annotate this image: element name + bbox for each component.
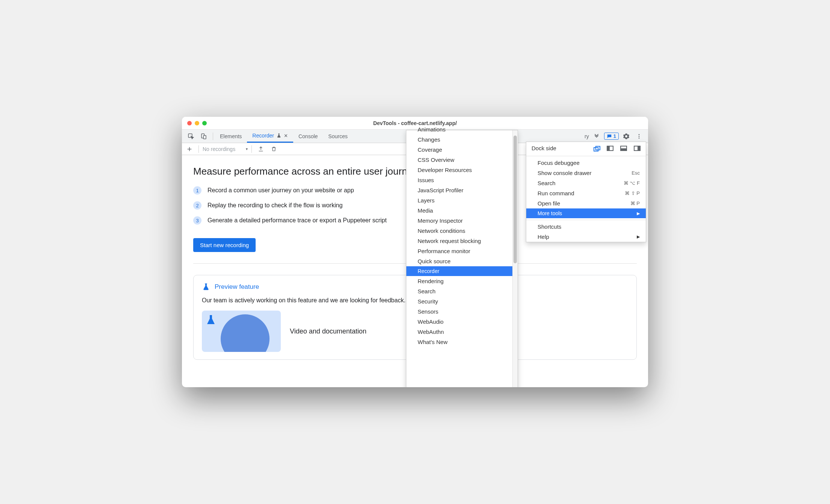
- divider: [213, 133, 213, 140]
- svg-point-5: [639, 137, 640, 139]
- more-tools-item[interactable]: Changes: [406, 134, 518, 145]
- divider: [198, 145, 199, 153]
- video-thumbnail[interactable]: [202, 311, 281, 352]
- tab-label: Sources: [328, 133, 347, 139]
- flask-icon: [202, 283, 210, 291]
- tab-label: Recorder: [252, 133, 274, 139]
- svg-point-4: [639, 136, 640, 137]
- tab-console[interactable]: Console: [293, 130, 323, 143]
- svg-point-3: [639, 134, 640, 135]
- overflow-tab-hint: ry: [585, 133, 589, 139]
- step-text: Replay the recording to check if the flo…: [208, 202, 342, 209]
- more-tools-item[interactable]: Search: [406, 286, 518, 296]
- more-tools-item[interactable]: Memory Inspector: [406, 216, 518, 226]
- tabstrip-right-tools: ry 1: [585, 131, 647, 142]
- more-tools-item[interactable]: Network conditions: [406, 226, 518, 236]
- messages-count: 1: [613, 133, 616, 139]
- settings-gear-icon[interactable]: [621, 131, 632, 142]
- more-tools-item[interactable]: CSS Overview: [406, 155, 518, 165]
- main-menu: Dock side Focus debuggeeShow console dra…: [526, 142, 646, 242]
- menu-item[interactable]: Search⌘ ⌥ F: [526, 178, 646, 188]
- more-tools-item[interactable]: WebAuthn: [406, 327, 518, 337]
- menu-item[interactable]: Focus debuggee: [526, 158, 646, 168]
- start-recording-button[interactable]: Start new recording: [193, 238, 256, 252]
- kebab-menu-icon[interactable]: [634, 131, 644, 142]
- step-number: 3: [193, 216, 201, 225]
- svg-rect-2: [203, 135, 206, 139]
- close-tab-icon[interactable]: ✕: [284, 133, 288, 139]
- step-number: 1: [193, 186, 201, 195]
- scrollbar-thumb[interactable]: [513, 136, 517, 263]
- preview-caption: Video and documentation: [290, 327, 367, 335]
- devtools-window: DevTools - coffee-cart.netlify.app/ Elem…: [182, 117, 648, 387]
- tab-label: Console: [298, 133, 318, 139]
- tabstrip-left-tools: [183, 131, 211, 142]
- more-tools-item[interactable]: JavaScript Profiler: [406, 185, 518, 195]
- inspect-element-icon[interactable]: [186, 131, 196, 142]
- step-text: Generate a detailed performance trace or…: [208, 217, 387, 224]
- select-placeholder: No recordings: [203, 146, 235, 152]
- separator: [526, 156, 646, 156]
- menu-item[interactable]: Shortcuts: [526, 222, 646, 232]
- dock-label: Dock side: [532, 145, 586, 151]
- more-tools-item[interactable]: Animations: [406, 124, 518, 134]
- export-icon[interactable]: [256, 144, 266, 154]
- separator: [526, 220, 646, 220]
- dock-side-row: Dock side: [526, 142, 646, 154]
- menu-item[interactable]: More tools▶: [526, 208, 646, 218]
- more-tools-item[interactable]: Coverage: [406, 145, 518, 155]
- tab-elements[interactable]: Elements: [215, 130, 247, 143]
- divider: [251, 145, 252, 153]
- delete-icon[interactable]: [268, 144, 279, 154]
- more-tools-item[interactable]: Layers: [406, 195, 518, 205]
- step-number: 2: [193, 201, 201, 210]
- more-tools-item[interactable]: Media: [406, 205, 518, 216]
- menu-item[interactable]: Show console drawerEsc: [526, 168, 646, 178]
- tabs-overflow-icon[interactable]: [591, 131, 602, 142]
- dock-undock-icon[interactable]: [593, 146, 600, 151]
- menu-item[interactable]: Open file⌘ P: [526, 198, 646, 208]
- more-tools-item[interactable]: WebAudio: [406, 317, 518, 327]
- recordings-select[interactable]: No recordings ▾: [203, 146, 248, 152]
- add-recording-icon[interactable]: [184, 144, 195, 154]
- tab-label: Elements: [220, 133, 242, 139]
- dock-right-icon[interactable]: [634, 146, 641, 151]
- more-tools-item[interactable]: Performance monitor: [406, 246, 518, 256]
- more-tools-item[interactable]: Recorder: [406, 266, 518, 276]
- more-tools-item[interactable]: Quick source: [406, 256, 518, 266]
- menu-item[interactable]: Help▶: [526, 232, 646, 242]
- tab-sources[interactable]: Sources: [323, 130, 353, 143]
- preview-title: Preview feature: [215, 283, 259, 291]
- dock-left-icon[interactable]: [607, 146, 613, 151]
- flask-icon: [276, 133, 282, 138]
- chevron-down-icon: ▾: [246, 147, 248, 151]
- scrollbar[interactable]: [512, 130, 518, 387]
- more-tools-item[interactable]: Rendering: [406, 276, 518, 286]
- messages-badge[interactable]: 1: [604, 133, 619, 140]
- tab-recorder[interactable]: Recorder ✕: [247, 130, 293, 143]
- more-tools-item[interactable]: Developer Resources: [406, 165, 518, 175]
- more-tools-item[interactable]: Security: [406, 296, 518, 306]
- more-tools-submenu: AnimationsChangesCoverageCSS OverviewDev…: [406, 130, 518, 387]
- more-tools-item[interactable]: Issues: [406, 175, 518, 185]
- device-toolbar-icon[interactable]: [198, 131, 209, 142]
- step-text: Record a common user journey on your web…: [208, 187, 354, 194]
- tabs-container: Elements Recorder ✕ Console Sources: [215, 130, 353, 143]
- dock-bottom-icon[interactable]: [620, 146, 627, 151]
- menu-item[interactable]: Run command⌘ ⇧ P: [526, 188, 646, 198]
- more-tools-item[interactable]: What's New: [406, 337, 518, 347]
- more-tools-item[interactable]: Network request blocking: [406, 236, 518, 246]
- more-tools-item[interactable]: Sensors: [406, 306, 518, 317]
